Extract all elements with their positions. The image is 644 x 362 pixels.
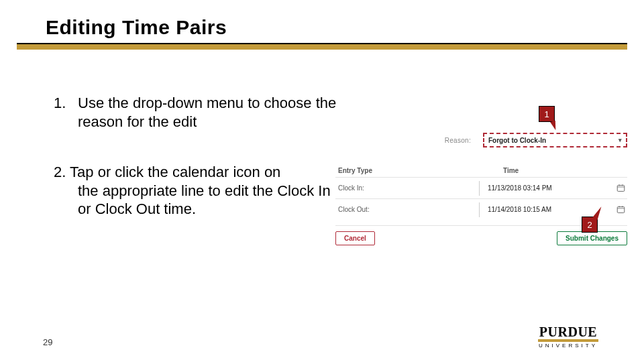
svg-rect-0 [617, 185, 625, 191]
body-text: 1. Use the drop-down menu to choose the … [54, 94, 342, 219]
svg-rect-4 [617, 206, 625, 213]
submit-changes-button[interactable]: Submit Changes [557, 231, 627, 245]
reason-select[interactable]: Forgot to Clock-In ▾ [483, 133, 627, 147]
page-title: Editing Time Pairs [46, 16, 227, 39]
callout-1: 1 [539, 106, 555, 122]
divider [479, 181, 480, 196]
logo-brand: PURDUE [538, 325, 598, 342]
entries-panel: Entry Type Time Clock In: 11/13/2018 03:… [335, 161, 627, 245]
entries-header: Entry Type Time [335, 161, 627, 177]
calendar-icon[interactable] [616, 205, 625, 214]
table-row: Clock In: 11/13/2018 03:14 PM [335, 177, 627, 198]
logo-subtext: UNIVERSITY [525, 343, 612, 349]
reason-panel: Reason: Forgot to Clock-In ▾ [335, 131, 627, 149]
step-2-lead: 2. Tap or click the calendar icon on [54, 164, 280, 180]
step-1: 1. Use the drop-down menu to choose the … [54, 94, 342, 131]
callout-1-tail [550, 121, 558, 131]
entry-time-value: 11/13/2018 03:14 PM [488, 184, 614, 192]
purdue-logo: PURDUE UNIVERSITY [525, 325, 612, 349]
entry-type-label: Clock Out: [335, 206, 479, 213]
calendar-icon[interactable] [616, 184, 625, 192]
page-number: 29 [43, 337, 52, 347]
step-2-rest: the appropriate line to edit the Clock I… [54, 182, 342, 219]
step-1-number: 1. [54, 94, 78, 131]
cancel-button[interactable]: Cancel [335, 231, 375, 245]
step-1-text: Use the drop-down menu to choose the rea… [78, 94, 342, 131]
chevron-down-icon: ▾ [619, 137, 622, 143]
title-underline [17, 43, 627, 50]
header-time: Time [503, 167, 614, 174]
entry-type-label: Clock In: [335, 184, 479, 192]
divider [479, 202, 480, 217]
slide: Editing Time Pairs 1. Use the drop-down … [0, 0, 644, 362]
header-entry-type: Entry Type [335, 167, 503, 174]
step-2: 2. Tap or click the calendar icon on the… [54, 163, 342, 219]
reason-value: Forgot to Clock-In [488, 137, 546, 144]
reason-label: Reason: [335, 137, 483, 144]
